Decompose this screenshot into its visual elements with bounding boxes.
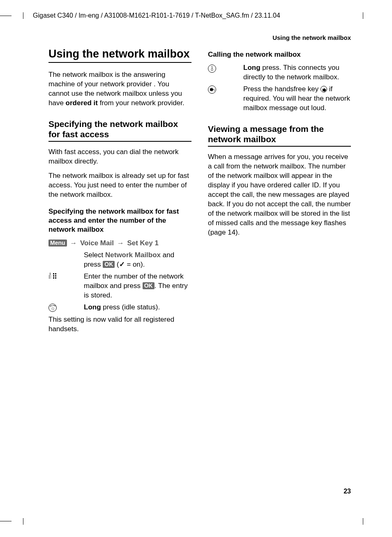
arrow-icon: → — [69, 239, 78, 247]
left-column: Using the network mailbox The network ma… — [48, 48, 191, 339]
step-text: Long press (idle status). — [84, 303, 191, 312]
page-number: 23 — [344, 487, 351, 496]
ok-badge: OK — [143, 282, 154, 289]
voice-mail-label: Voice Mail — [80, 239, 114, 247]
arrow-icon: → — [116, 239, 125, 247]
network-mailbox-label: Network Mailbox — [105, 251, 161, 259]
svg-rect-2 — [53, 275, 54, 277]
subsection-calling: Calling the network mailbox — [208, 50, 351, 59]
svg-rect-3 — [55, 275, 56, 277]
step-handsfree: ) Press the handsfree key ) if required.… — [208, 85, 351, 113]
step-select-network-mailbox: Select Network Mailbox and press OK (✓ =… — [48, 251, 191, 270]
handsfree-key-icon: ) — [208, 85, 243, 94]
crop-mark — [363, 12, 363, 19]
t: ( — [115, 260, 119, 268]
crop-mark — [0, 16, 12, 16]
step-text: Long press. This connects you directly t… — [243, 63, 351, 82]
crop-mark — [363, 518, 363, 525]
svg-rect-4 — [53, 277, 54, 279]
intro-paragraph: The network mailbox is the answering mac… — [48, 70, 191, 108]
svg-rect-5 — [55, 277, 56, 279]
hangup-key-icon: ⌐¬ⓘ — [48, 303, 84, 313]
menu-path-row: Menu → Voice Mail → Set Key 1 — [48, 238, 191, 248]
menu-badge: Menu — [48, 240, 67, 247]
step-text: Select Network Mailbox and press OK (✓ =… — [84, 251, 191, 270]
t: Press the handsfree key — [243, 85, 321, 93]
section-viewing-message: Viewing a message from the network mailb… — [208, 124, 351, 147]
crop-mark — [23, 12, 23, 19]
crop-mark — [0, 521, 12, 521]
check-icon: ✓ — [119, 260, 125, 268]
step-icon-blank — [48, 251, 84, 251]
menu-path: Menu → Voice Mail → Set Key 1 — [48, 238, 159, 248]
t: = on). — [125, 260, 145, 268]
step-enter-number: Enter the number of the net­work mailbox… — [48, 272, 191, 300]
section-fast-access: Specifying the network mailbox for fast … — [48, 119, 191, 142]
svg-rect-0 — [53, 273, 54, 274]
running-head: Using the network mailbox — [272, 34, 351, 42]
fast-access-p1: With fast access, you can dial the netwo… — [48, 148, 191, 166]
key-1-icon: 1ω — [208, 63, 243, 73]
page-content: Using the network mailbox The network ma… — [48, 48, 351, 339]
ok-badge: OK — [103, 261, 115, 268]
long-label: Long — [84, 303, 101, 311]
t: press (idle status). — [101, 303, 160, 311]
viewing-message-paragraph: When a message arrives for you, you rece… — [208, 152, 351, 237]
fast-access-p2: The network mailbox is already set up fo… — [48, 171, 191, 200]
crop-mark — [23, 518, 23, 525]
subsection-specify: Specifying the network mailbox for fast … — [48, 207, 191, 234]
step-long-press-idle: ⌐¬ⓘ Long press (idle status). — [48, 303, 191, 313]
intro-bold: ordered it — [66, 99, 98, 107]
step-text: Press the handsfree key ) if required. Y… — [243, 85, 351, 113]
keypad-icon — [48, 272, 84, 280]
svg-rect-1 — [55, 273, 56, 274]
step-text: Enter the number of the net­work mailbox… — [84, 272, 191, 300]
intro-text-b: from your network provider. — [98, 99, 184, 107]
doc-path-header: Gigaset C340 / Im-eng / A31008-M1621-R10… — [33, 11, 280, 20]
right-column: Calling the network mailbox 1ω Long pres… — [208, 48, 351, 339]
set-key1-label: Set Key 1 — [127, 239, 159, 247]
step-call-longpress: 1ω Long press. This connects you directl… — [208, 63, 351, 82]
t: Select — [84, 251, 105, 259]
page-title: Using the network mailbox — [48, 48, 191, 63]
handsfree-key-icon-inline: ) — [321, 86, 327, 92]
long-label: Long — [243, 64, 261, 71]
closing-note: This setting is now valid for all regist… — [48, 315, 191, 334]
